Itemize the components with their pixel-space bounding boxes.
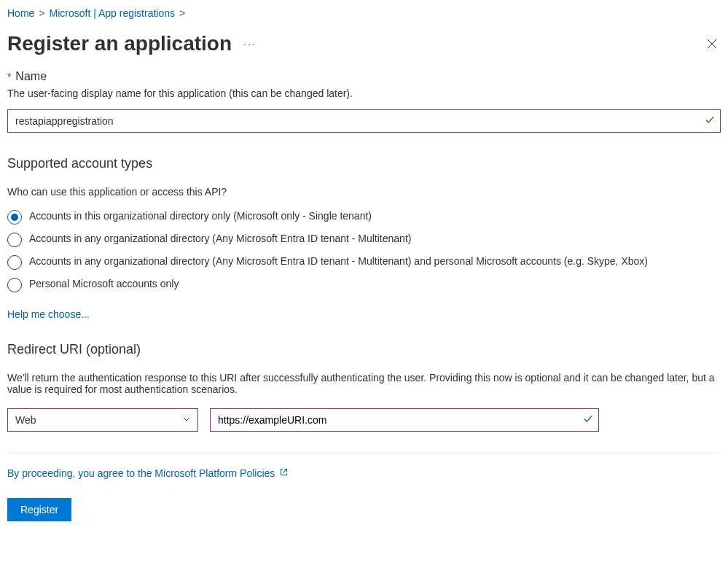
account-types-question: Who can use this application or access t… [7, 186, 721, 198]
name-field-label: Name [15, 70, 47, 82]
breadcrumb: Home > Microsoft | App registrations > [7, 7, 721, 19]
redirect-uri-input[interactable] [210, 408, 599, 432]
name-input-wrapper [7, 109, 721, 133]
more-actions-icon[interactable]: ··· [243, 38, 257, 50]
help-me-choose-link[interactable]: Help me choose... [7, 308, 90, 320]
radio-label: Accounts in this organizational director… [29, 209, 721, 224]
account-types-heading: Supported account types [7, 156, 721, 171]
divider [7, 452, 721, 453]
platform-policies-link[interactable]: By proceeding, you agree to the Microsof… [7, 467, 275, 479]
external-link-icon [279, 467, 289, 479]
close-button[interactable] [703, 35, 721, 52]
radio-multitenant-personal[interactable]: Accounts in any organizational directory… [7, 254, 721, 270]
radio-label: Accounts in any organizational directory… [29, 232, 721, 246]
policies-row: By proceeding, you agree to the Microsof… [7, 467, 721, 479]
radio-personal-only[interactable]: Personal Microsoft accounts only [7, 277, 721, 292]
radio-multitenant[interactable]: Accounts in any organizational directory… [7, 232, 721, 247]
redirect-heading: Redirect URI (optional) [7, 342, 721, 357]
required-star-icon: * [7, 71, 11, 82]
breadcrumb-home[interactable]: Home [7, 7, 34, 19]
radio-icon [7, 255, 22, 270]
redirect-row: Web [7, 408, 721, 432]
platform-select-value: Web [15, 414, 36, 426]
platform-select[interactable]: Web [7, 408, 198, 432]
name-label-row: * Name [7, 70, 721, 83]
chevron-down-icon [182, 414, 191, 426]
radio-single-tenant[interactable]: Accounts in this organizational director… [7, 209, 721, 225]
check-icon [705, 115, 715, 128]
breadcrumb-app-registrations[interactable]: Microsoft | App registrations [50, 7, 175, 19]
radio-icon [7, 278, 22, 292]
name-input[interactable] [7, 109, 721, 133]
redirect-uri-input-wrapper [210, 408, 599, 432]
account-types-radio-group: Accounts in this organizational director… [7, 209, 721, 292]
radio-icon [7, 210, 22, 225]
radio-label: Personal Microsoft accounts only [29, 277, 721, 292]
breadcrumb-separator: > [39, 7, 44, 19]
radio-icon [7, 233, 22, 247]
page-header: Register an application ··· [7, 32, 721, 55]
page-title: Register an application [7, 32, 232, 55]
close-icon [706, 38, 718, 50]
name-helper-text: The user-facing display name for this ap… [7, 87, 721, 99]
check-icon [583, 414, 593, 427]
redirect-helper-text: We'll return the authentication response… [7, 372, 721, 395]
radio-label: Accounts in any organizational directory… [29, 254, 721, 269]
register-button[interactable]: Register [7, 498, 71, 521]
breadcrumb-separator: > [179, 7, 185, 19]
